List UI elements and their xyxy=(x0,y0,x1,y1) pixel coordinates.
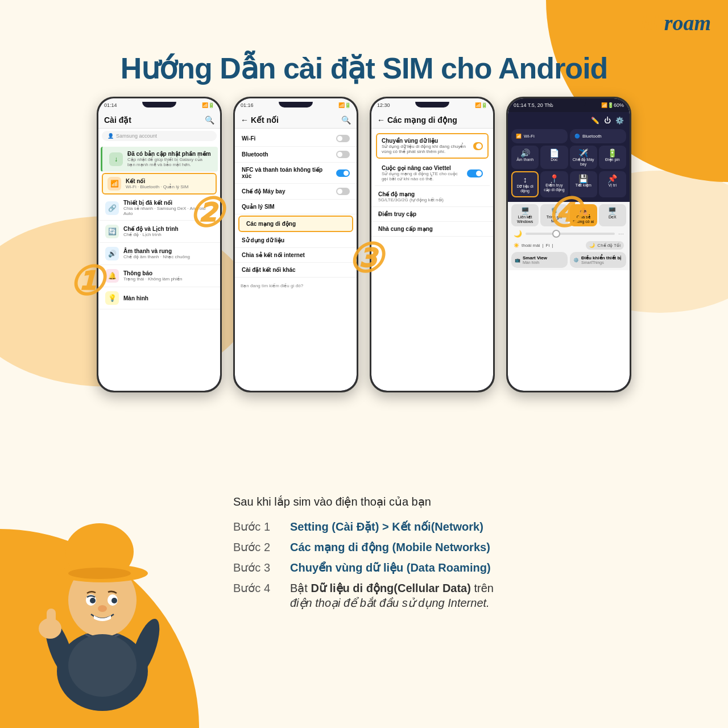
smartview-tile[interactable]: 📺 Smart View Màn hình xyxy=(511,252,568,268)
phone-2-screen: 01:16 📶🔋 ← Kết nối 🔍 Wi-Fi Bluetooth xyxy=(235,98,357,391)
network-mode-label: Chế độ mạng 5G/LTE/3G/2G (tự động kết nố… xyxy=(378,191,486,202)
step-line-4: Bước 4 Bật Dữ liệu di động(Cellular Data… xyxy=(233,581,705,610)
step-4-row: Bước 4 Bật Dữ liệu di động(Cellular Data… xyxy=(233,581,705,595)
bluetooth-item[interactable]: Bluetooth xyxy=(235,147,357,163)
carrier-item[interactable]: Nhà cung cấp mạng xyxy=(371,222,493,237)
amthanh-sub: Chế độ âm thanh · Nhạc chuông xyxy=(123,254,213,259)
nfc-toggle[interactable] xyxy=(336,169,350,177)
tile-dex-label: DeX xyxy=(602,215,623,219)
nfc-item[interactable]: NFC và thanh toán không tiếp xúc xyxy=(235,163,357,184)
phone-1-search-icon[interactable]: 🔍 xyxy=(205,115,214,125)
data-usage-item[interactable]: Sử dụng dữ liệu xyxy=(235,233,357,248)
phone-3: 12:30 📶🔋 ← Các mạng di động Chuyển vùng … xyxy=(370,97,495,392)
step-1-desc: Setting (Cài Đặt) > Kết nối(Network) xyxy=(290,520,483,533)
menu-amthanh[interactable]: 🔊 Âm thanh và rung Chế độ âm thanh · Nhạ… xyxy=(98,243,220,265)
notification-icon: 🔔 xyxy=(105,269,119,283)
edit-icon[interactable]: ✏️ xyxy=(591,117,599,125)
qs-bluetooth[interactable]: 🔵 Bluetooth xyxy=(570,129,626,143)
tile-windows-label: Liên kết Windows xyxy=(514,215,536,224)
volte-toggle[interactable] xyxy=(467,169,483,177)
night-label: Chế độ Tối xyxy=(597,243,621,248)
volte-item[interactable]: Cuộc gọi nâng cao Viettel Sử dụng mạng d… xyxy=(375,161,490,186)
sim-label: Quản lý SIM xyxy=(242,204,350,210)
manhinh-title: Màn hình xyxy=(123,295,213,301)
hotspot-item[interactable]: Chia sẻ kết nối internet xyxy=(235,248,357,263)
phone-1-title: Cài đặt xyxy=(104,115,131,125)
amthanh-title: Âm thanh và rung xyxy=(123,248,213,254)
volte-sub: Sử dụng mạng di động LTE cho cuộc gọi bấ… xyxy=(382,171,462,181)
data-roaming-row: Chuyển vùng dữ liệu Sử dụng dữ liệu di đ… xyxy=(382,138,483,154)
phone-2-content: Wi-Fi Bluetooth NFC và thanh toán không … xyxy=(235,129,357,293)
wifi-toggle[interactable] xyxy=(336,135,350,142)
qs-sound-label: Âm thanh xyxy=(514,158,536,162)
step-number-2: ② xyxy=(188,193,224,233)
smart-things-tile[interactable]: ⚙️ Điều khiển thiết bị SmartThings xyxy=(570,252,626,268)
step-3-label: Bước 3 xyxy=(233,561,279,574)
tile-dex[interactable]: 🖥️ DeX xyxy=(599,204,626,226)
apn-title: Điểm truy cập xyxy=(378,211,486,217)
qs-datasaver-label: Tiết kiệm xyxy=(573,183,594,188)
menu-update[interactable]: ↓ Đã có bản cập nhật phần mềm Cập nhật đ… xyxy=(101,147,218,172)
network-mode-item[interactable]: Chế độ mạng 5G/LTE/3G/2G (tự động kết nố… xyxy=(371,187,493,207)
network-mode-title: Chế độ mạng xyxy=(378,191,486,197)
power-icon[interactable]: ⏻ xyxy=(604,117,611,125)
more-conn-item[interactable]: Cài đặt kết nối khác xyxy=(235,263,357,278)
qs-airplane[interactable]: ✈️ Chế độ Máy bay xyxy=(570,146,597,169)
qs-wifi-label: Wi-Fi xyxy=(524,134,535,139)
phone-4: 01:14 T.5, 20 Thb 📶🔋60% ✏️ ⏻ ⚙️ 📶 xyxy=(506,97,631,392)
qs-sound[interactable]: 🔊 Âm thanh xyxy=(511,146,539,169)
phone-2-notch xyxy=(279,102,313,107)
airplane-item[interactable]: Chế độ Máy bay xyxy=(235,184,357,200)
qs-wifi[interactable]: 📶 Wi-Fi xyxy=(511,129,568,143)
brightness-more-icon[interactable]: ⋯ xyxy=(618,231,624,237)
step-line-2: Bước 2 Các mạng di động (Mobile Networks… xyxy=(233,540,705,554)
more-conn-title: Cài đặt kết nối khác xyxy=(242,267,350,273)
phone-1-icons: 📶🔋 xyxy=(202,102,214,108)
qs-row-1: 📶 Wi-Fi 🔵 Bluetooth xyxy=(511,129,626,143)
qs-doc-label: Doc xyxy=(543,158,565,162)
phone-3-time: 12:30 xyxy=(377,102,390,108)
qs-location[interactable]: 📌 Vị trí xyxy=(599,171,626,197)
thongbao-sub: Trạng thái · Không làm phiền xyxy=(123,276,213,282)
wifi-icon: 📶 xyxy=(107,177,121,191)
menu-manhinh[interactable]: 💡 Màn hình xyxy=(98,287,220,309)
phone-3-notch xyxy=(415,102,449,107)
menu-thongbao[interactable]: 🔔 Thông báo Trạng thái · Không làm phiền xyxy=(98,265,220,287)
phone-1-notch xyxy=(142,102,176,107)
night-mode[interactable]: 🌙 Chế độ Tối xyxy=(586,241,624,250)
quick-settings-panel: ✏️ ⏻ ⚙️ 📶 Wi-Fi 🔵 Bluetooth xyxy=(508,112,630,202)
mobile-networks-item[interactable]: Các mạng di động xyxy=(238,216,353,232)
smartview-text: Smart View Màn hình xyxy=(523,255,547,264)
tile-windows[interactable]: 🖥️ Liên kết Windows xyxy=(511,204,539,226)
hotspot-label: Chia sẻ kết nối internet xyxy=(242,252,350,258)
network-mode-sub: 5G/LTE/3G/2G (tự động kết nối) xyxy=(378,197,486,202)
data-usage-title: Sử dụng dữ liệu xyxy=(242,237,350,243)
phone-1-screen: 01:14 📶🔋 Cài đặt 🔍 👤 Samsung account ↓ Đ… xyxy=(98,98,220,391)
data-roaming-toggle[interactable] xyxy=(473,142,483,150)
smartview-title: Smart View xyxy=(523,255,547,260)
sim-item[interactable]: Quản lý SIM xyxy=(235,200,357,214)
character-illustration xyxy=(11,489,193,717)
wifi-item[interactable]: Wi-Fi xyxy=(235,131,357,147)
phone-2-icons: 📶🔋 xyxy=(338,102,351,108)
step-number-3: ③ xyxy=(347,239,383,279)
bluetooth-toggle[interactable] xyxy=(336,151,350,158)
data-roaming-item[interactable]: Chuyển vùng dữ liệu Sử dụng dữ liệu di đ… xyxy=(376,133,489,159)
airplane-toggle[interactable] xyxy=(336,188,350,195)
qs-row-2: 🔊 Âm thanh 📄 Doc ✈️ Chế độ Máy bay 🔋 Điệ… xyxy=(511,146,626,169)
logo-roam: roam xyxy=(659,11,711,35)
qs-mobile-data[interactable]: ↕️ Dữ liệu di động xyxy=(511,171,539,197)
phone-2-search-icon[interactable]: 🔍 xyxy=(341,115,351,125)
qs-location-icon: 📌 xyxy=(602,174,623,183)
ketnoi-text: Kết nối Wi-Fi · Bluetooth · Quản lý SIM xyxy=(126,178,211,189)
data-roaming-sub: Sử dụng dữ liệu di động khi đang chuyển … xyxy=(382,144,473,154)
theme-control[interactable]: ☀️ thoái mái | Fi | xyxy=(514,243,553,248)
airplane-label: Chế độ Máy bay xyxy=(242,188,332,195)
qs-doc[interactable]: 📄 Doc xyxy=(540,146,568,169)
qs-battery[interactable]: 🔋 Điện pin xyxy=(599,146,626,169)
carrier-label: Nhà cung cấp mạng xyxy=(378,226,486,232)
settings-icon[interactable]: ⚙️ xyxy=(615,117,624,125)
brand-logo: hi roam xyxy=(640,10,711,35)
night-icon: 🌙 xyxy=(589,243,595,248)
apn-item[interactable]: Điểm truy cập xyxy=(371,207,493,222)
